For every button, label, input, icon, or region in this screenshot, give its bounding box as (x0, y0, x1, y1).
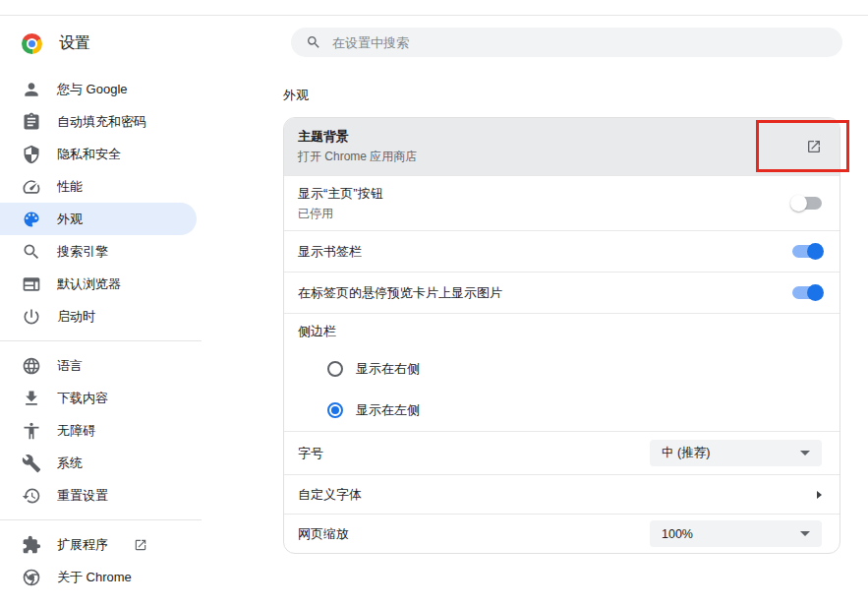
sidebar-item-label: 搜索引擎 (57, 243, 108, 261)
font-size-row: 字号 中 (推荐) (284, 431, 839, 474)
sidebar-item-languages[interactable]: 语言 (0, 349, 197, 382)
sidebar-item-label: 系统 (57, 455, 83, 472)
sidebar-divider (0, 340, 202, 341)
side-panel-group-title: 侧边栏 (298, 323, 822, 340)
open-in-new-icon (134, 538, 147, 552)
sidebar-item-extensions[interactable]: 扩展程序 (0, 528, 197, 561)
tab-hover-preview-title: 在标签页的悬停预览卡片上显示图片 (298, 284, 792, 302)
sidebar-item-label: 重置设置 (57, 487, 108, 505)
sidebar-item-label: 下载内容 (57, 390, 108, 407)
customize-fonts-label: 自定义字体 (298, 486, 817, 504)
sidebar-item-label: 自动填充和密码 (57, 113, 146, 131)
settings-content: 外观 主题背景 打开 Chrome 应用商店 显示“主页”按钮 已停用 (283, 16, 868, 593)
font-size-value: 中 (推荐) (662, 445, 710, 461)
chevron-right-icon (817, 491, 822, 499)
sidebar-item-label: 扩展程序 (57, 536, 108, 554)
side-panel-option-left-label: 显示在左侧 (356, 401, 420, 419)
puzzle-icon (22, 535, 41, 555)
palette-icon (22, 210, 41, 229)
tab-hover-preview-toggle[interactable] (792, 286, 822, 299)
sidebar-item-label: 性能 (57, 178, 83, 196)
appearance-card: 主题背景 打开 Chrome 应用商店 显示“主页”按钮 已停用 显示书签栏 (283, 117, 840, 554)
bookmarks-bar-title: 显示书签栏 (298, 243, 792, 261)
sidebar-item-label: 无障碍 (57, 422, 95, 440)
bookmarks-bar-toggle[interactable] (792, 245, 822, 258)
tab-hover-preview-row: 在标签页的悬停预览卡片上显示图片 (284, 272, 839, 313)
sidebar-item-label: 关于 Chrome (57, 569, 132, 586)
open-in-new-icon[interactable] (806, 139, 822, 154)
sidebar-item-label: 隐私和安全 (57, 146, 121, 163)
accessibility-icon (22, 421, 41, 441)
shield-icon (22, 145, 41, 164)
chrome-icon (22, 568, 41, 587)
sidebar-item-privacy-security[interactable]: 隐私和安全 (0, 138, 197, 170)
search-icon (306, 34, 321, 50)
radio-button-icon[interactable] (327, 361, 343, 377)
theme-row[interactable]: 主题背景 打开 Chrome 应用商店 (284, 118, 839, 175)
person-icon (22, 80, 41, 99)
home-button-toggle[interactable] (792, 197, 822, 210)
sidebar-item-you-and-google[interactable]: 您与 Google (0, 73, 197, 105)
settings-search-input[interactable] (291, 28, 842, 57)
sidebar-item-label: 启动时 (57, 308, 95, 326)
dropdown-caret-icon (800, 451, 810, 455)
font-size-label: 字号 (298, 445, 650, 462)
section-title: 外观 (283, 87, 842, 104)
sidebar-item-downloads[interactable]: 下载内容 (0, 382, 197, 414)
home-button-title: 显示“主页”按钮 (298, 185, 792, 203)
sidebar-item-label: 您与 Google (57, 81, 128, 98)
page-zoom-label: 网页缩放 (298, 525, 650, 543)
radio-button-icon[interactable] (327, 402, 343, 418)
history-icon (22, 486, 41, 506)
search-icon (22, 242, 41, 262)
search-bar[interactable] (291, 28, 842, 57)
font-size-select[interactable]: 中 (推荐) (650, 440, 822, 466)
home-button-status: 已停用 (298, 206, 792, 222)
sidebar-nav: 您与 Google自动填充和密码隐私和安全性能外观搜索引擎默认浏览器启动时语言下… (0, 73, 283, 593)
theme-title: 主题背景 (298, 128, 806, 146)
side-panel-option-right[interactable]: 显示在右侧 (284, 348, 839, 390)
chrome-logo-icon (22, 33, 42, 54)
sidebar-item-default-browser[interactable]: 默认浏览器 (0, 268, 197, 300)
side-panel-group-label-row: 侧边栏 (284, 313, 839, 348)
show-home-button-row: 显示“主页”按钮 已停用 (284, 175, 839, 230)
sidebar-item-performance[interactable]: 性能 (0, 170, 197, 203)
side-panel-option-left[interactable]: 显示在左侧 (284, 390, 839, 431)
sidebar-item-label: 外观 (57, 211, 83, 228)
customize-fonts-row[interactable]: 自定义字体 (284, 474, 839, 514)
settings-sidebar: 设置 您与 Google自动填充和密码隐私和安全性能外观搜索引擎默认浏览器启动时… (0, 16, 283, 593)
sidebar-item-label: 默认浏览器 (57, 275, 121, 293)
sidebar-item-system[interactable]: 系统 (0, 447, 197, 479)
wrench-icon (22, 454, 41, 473)
page-zoom-value: 100% (662, 527, 693, 541)
page-title: 设置 (59, 33, 90, 54)
download-icon (22, 389, 41, 408)
theme-subtitle: 打开 Chrome 应用商店 (298, 149, 806, 165)
side-panel-option-right-label: 显示在右侧 (356, 360, 420, 378)
page-zoom-row: 网页缩放 100% (284, 514, 839, 553)
sidebar-divider (0, 519, 202, 520)
bookmarks-bar-row: 显示书签栏 (284, 230, 839, 272)
sidebar-header: 设置 (0, 28, 283, 59)
browser-icon (22, 274, 41, 294)
sidebar-item-on-startup[interactable]: 启动时 (0, 300, 197, 333)
sidebar-item-autofill-passwords[interactable]: 自动填充和密码 (0, 105, 197, 138)
sidebar-item-accessibility[interactable]: 无障碍 (0, 414, 197, 447)
dropdown-caret-icon (800, 531, 810, 536)
sidebar-item-reset-settings[interactable]: 重置设置 (0, 479, 197, 512)
page-zoom-select[interactable]: 100% (650, 520, 822, 547)
speedometer-icon (22, 177, 41, 197)
sidebar-item-appearance[interactable]: 外观 (0, 203, 197, 235)
globe-icon (22, 356, 41, 376)
power-icon (22, 307, 41, 327)
sidebar-item-about-chrome[interactable]: 关于 Chrome (0, 561, 197, 593)
sidebar-item-label: 语言 (57, 357, 83, 375)
clipboard-icon (22, 112, 41, 132)
sidebar-item-search-engine[interactable]: 搜索引擎 (0, 235, 197, 268)
